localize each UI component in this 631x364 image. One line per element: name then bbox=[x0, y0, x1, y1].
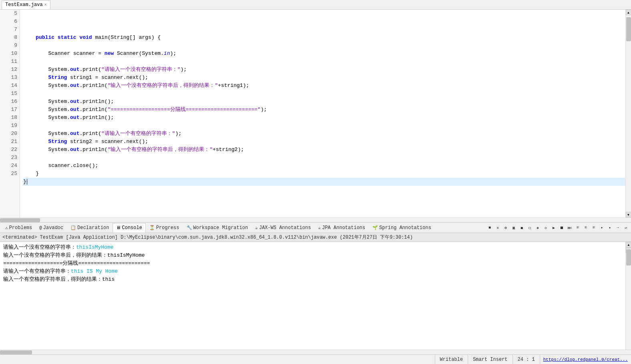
status-url[interactable]: https://dlop.redpanel.0/creat... bbox=[540, 357, 631, 362]
code-line[interactable]: System.out.print("请输入一个没有空格的字符串："); bbox=[23, 66, 625, 74]
line-number: 25 bbox=[0, 170, 17, 178]
code-line[interactable]: } bbox=[23, 178, 625, 186]
console-tab-console[interactable]: 🖥Console bbox=[113, 223, 145, 233]
console-output-line: 请输入一个没有空格的字符串：thisIsMyHome bbox=[3, 243, 622, 251]
code-line[interactable]: System.out.println(); bbox=[23, 98, 625, 106]
editor-tab-bar: TestExam.java × bbox=[0, 0, 631, 10]
toolbar-btn-dropdown[interactable]: ▾ bbox=[606, 224, 613, 231]
line-number: 24 bbox=[0, 162, 17, 170]
code-line[interactable] bbox=[23, 42, 625, 50]
toolbar-btn-open-browser[interactable]: ≡ bbox=[582, 224, 589, 231]
tab-icon-workspace-migration: 🔧 bbox=[187, 225, 192, 230]
keyword-public: public bbox=[36, 34, 54, 40]
tab-icon-jax-ws: ☕ bbox=[255, 225, 258, 230]
toolbar-btn-clear[interactable]: ◇ bbox=[542, 224, 549, 231]
code-line[interactable] bbox=[23, 58, 625, 66]
console-tab-problems[interactable]: ⚠Problems bbox=[2, 223, 36, 233]
console-tab-javadoc[interactable]: @Javadoc bbox=[36, 223, 67, 233]
url-label: https://dlop.redpanel.0/creat... bbox=[543, 357, 628, 362]
toolbar-btn-go[interactable]: → bbox=[614, 224, 621, 231]
code-line[interactable] bbox=[23, 26, 625, 34]
console-hscroll-thumb[interactable] bbox=[0, 350, 32, 354]
vscroll-thumb[interactable] bbox=[626, 17, 631, 41]
code-line[interactable] bbox=[23, 122, 625, 130]
file-tab[interactable]: TestExam.java × bbox=[2, 0, 50, 9]
console-tab-jpa[interactable]: ☕JPA Annotations bbox=[315, 223, 369, 233]
code-line[interactable]: public static void main(String[] args) { bbox=[23, 34, 625, 42]
file-tab-close[interactable]: × bbox=[44, 3, 47, 7]
code-line[interactable] bbox=[23, 154, 625, 162]
writable-label: Writable bbox=[440, 357, 463, 362]
console-tab-progress[interactable]: ⏳Progress bbox=[146, 223, 183, 233]
string-literal: "请输入一个没有空格的字符串：" bbox=[101, 66, 181, 72]
out-keyword-16: out bbox=[70, 115, 79, 121]
code-lines[interactable]: public static void main(String[] args) {… bbox=[20, 10, 625, 217]
console-vscroll-thumb[interactable] bbox=[626, 249, 631, 265]
tab-icon-spring: 🌱 bbox=[372, 225, 378, 230]
keyword-new: new bbox=[104, 50, 114, 56]
console-hscroll[interactable] bbox=[0, 350, 631, 354]
code-line[interactable]: } bbox=[23, 170, 625, 178]
code-line[interactable]: System.out.println("===================分… bbox=[23, 106, 625, 114]
toolbar-btn-suspend[interactable]: ⏹ bbox=[558, 224, 565, 231]
console-output[interactable]: 请输入一个没有空格的字符串：thisIsMyHome输入一个没有空格的字符串后，… bbox=[0, 242, 625, 350]
line-number: 16 bbox=[0, 98, 17, 106]
tab-label-jax-ws: JAX-WS Annotations bbox=[259, 225, 311, 231]
console-cyan-text: thisIsMyHome bbox=[76, 244, 114, 250]
toolbar-btn-view-menu[interactable]: ▾ bbox=[598, 224, 605, 231]
code-line[interactable]: Scanner scanner = new Scanner(System.in)… bbox=[23, 50, 625, 58]
vscroll-up-btn[interactable]: ▲ bbox=[626, 10, 631, 15]
console-tab-jax-ws[interactable]: ☕JAX-WS Annotations bbox=[251, 223, 314, 233]
toolbar-btn-scroll[interactable]: ◈ bbox=[534, 224, 541, 231]
status-bar-right: Writable Smart Insert 24 : 1 https://dlo… bbox=[435, 355, 631, 364]
out-keyword: out bbox=[70, 66, 79, 72]
editor-hscroll-thumb[interactable] bbox=[0, 218, 40, 222]
tab-icon-problems: ⚠ bbox=[5, 225, 8, 230]
toolbar-btn-run[interactable]: ▶ bbox=[550, 224, 557, 231]
console-output-line: 输入一个有空格的字符串后，得到的结果：this bbox=[3, 276, 622, 284]
tab-icon-console: 🖥 bbox=[116, 225, 121, 230]
code-line[interactable]: System.out.println("输入一个有空格的字符串后，得到的结果："… bbox=[23, 146, 625, 154]
console-vscroll-up[interactable]: ▲ bbox=[626, 242, 631, 247]
out-keyword-20: out bbox=[70, 147, 79, 153]
line-number: 20 bbox=[0, 130, 17, 138]
line-number: 18 bbox=[0, 114, 17, 122]
console-tab-spring[interactable]: 🌱Spring Annotations bbox=[369, 223, 435, 233]
editor-area: 5678910111213141516171819202122232425 pu… bbox=[0, 10, 631, 222]
editor-vscroll[interactable]: ▲ ▼ bbox=[625, 10, 631, 217]
insert-mode-label: Smart Insert bbox=[473, 357, 507, 362]
toolbar-btn-new-console[interactable]: ≡ bbox=[590, 224, 597, 231]
cursor-position: 24 : 1 bbox=[513, 355, 540, 364]
line-number: 21 bbox=[0, 138, 17, 146]
code-line[interactable]: scanner.close(); bbox=[23, 162, 625, 170]
code-line[interactable] bbox=[23, 186, 625, 194]
toolbar-btn-back[interactable]: ↩ bbox=[622, 224, 629, 231]
system-in: in bbox=[164, 50, 170, 56]
toolbar-btn-stop[interactable]: ■ bbox=[486, 224, 493, 231]
string-literal-18: "请输入一个有空格的字符串：" bbox=[101, 131, 175, 137]
toolbar-btn-expand[interactable]: ◼ bbox=[518, 224, 525, 231]
code-line[interactable]: String string2 = scanner.next(); bbox=[23, 138, 625, 146]
vscroll-down-btn[interactable]: ▼ bbox=[626, 212, 631, 217]
console-vscroll[interactable]: ▲ ▼ bbox=[625, 242, 631, 350]
code-line[interactable]: String string1 = scanner.next(); bbox=[23, 74, 625, 82]
line-number: 19 bbox=[0, 122, 17, 130]
editor-hscroll[interactable] bbox=[0, 217, 631, 222]
code-line[interactable]: System.out.println("输入一个没有空格的字符串后，得到的结果：… bbox=[23, 82, 625, 90]
toolbar-btn-open-file[interactable]: ≡ bbox=[574, 224, 581, 231]
tab-label-declaration: Declaration bbox=[77, 225, 109, 231]
tab-label-spring: Spring Annotations bbox=[379, 225, 431, 231]
code-line[interactable]: System.out.print("请输入一个有空格的字符串："); bbox=[23, 130, 625, 138]
toolbar-btn-terminate[interactable]: ⏭ bbox=[566, 224, 573, 231]
line-number: 8 bbox=[0, 34, 17, 42]
console-tab-workspace-migration[interactable]: 🔧Workspace Migration bbox=[183, 223, 252, 233]
toolbar-btn-collapse[interactable]: ◻ bbox=[526, 224, 533, 231]
keyword-void: void bbox=[79, 34, 92, 40]
toolbar-btn-pin[interactable]: ⊗ bbox=[502, 224, 509, 231]
line-number: 9 bbox=[0, 42, 17, 50]
code-line[interactable]: System.out.println(); bbox=[23, 114, 625, 122]
toolbar-btn-close[interactable]: ✕ bbox=[494, 224, 501, 231]
console-tab-declaration[interactable]: 📋Declaration bbox=[67, 223, 113, 233]
toolbar-btn-view[interactable]: ▣ bbox=[510, 224, 517, 231]
code-line[interactable] bbox=[23, 90, 625, 98]
